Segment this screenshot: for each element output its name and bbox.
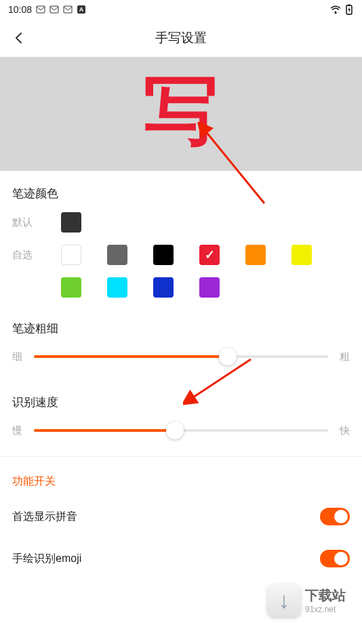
recognition-speed-section: 识别速度 慢 快 [0,371,362,440]
svg-rect-0 [37,6,45,13]
color-swatch[interactable] [61,245,81,265]
watermark: ↓ 下载站 91xz.net [267,583,346,617]
emoji-toggle[interactable] [320,550,350,567]
default-color-swatch[interactable] [61,212,81,233]
watermark-icon: ↓ [267,583,301,617]
stroke-width-max-label: 粗 [335,350,350,363]
custom-color-label: 自选 [12,245,42,262]
mail-icon [36,5,45,14]
svg-point-5 [335,11,336,12]
recognition-speed-slider[interactable] [34,421,328,440]
color-swatch[interactable] [61,277,81,298]
color-swatch[interactable] [107,245,127,265]
stroke-color-section: 笔迹颜色 默认 自选 [0,171,362,298]
mail-icon [49,5,59,14]
svg-rect-7 [348,5,350,6]
color-swatch[interactable] [199,277,220,298]
stroke-width-min-label: 细 [12,350,27,363]
status-bar: 10:08 A [0,0,362,19]
svg-rect-2 [64,6,72,13]
pinyin-toggle[interactable] [320,508,350,525]
color-swatch[interactable] [199,245,220,265]
stroke-color-title: 笔迹颜色 [12,186,350,201]
mail-icon [63,5,73,14]
app-icon: A [77,5,86,14]
svg-text:A: A [79,6,84,13]
handwriting-preview: 写 [0,57,362,171]
default-color-label: 默认 [12,216,42,229]
stroke-width-section: 笔迹粗细 细 粗 [0,310,362,366]
recognition-speed-title: 识别速度 [12,395,350,410]
watermark-url: 91xz.net [305,605,346,614]
color-swatch[interactable] [153,277,174,298]
emoji-switch-row: 手绘识别emoji [0,538,362,580]
switches-section-title: 功能开关 [0,457,362,496]
pinyin-switch-label: 首选显示拼音 [12,510,77,524]
stroke-width-slider[interactable] [34,347,328,366]
emoji-switch-label: 手绘识别emoji [12,552,81,566]
wifi-icon [331,5,340,14]
color-swatch[interactable] [107,277,127,298]
svg-rect-1 [50,6,58,13]
status-time: 10:08 [8,4,32,15]
page-header: 手写设置 [0,19,362,57]
watermark-cn: 下载站 [305,586,346,605]
handwriting-sample: 写 [144,74,218,148]
color-swatch[interactable] [245,245,266,265]
battery-icon [344,5,354,14]
back-button[interactable] [9,28,28,47]
page-title: 手写设置 [155,29,207,47]
stroke-width-title: 笔迹粗细 [12,321,350,336]
recognition-speed-max-label: 快 [335,424,350,437]
recognition-speed-min-label: 慢 [12,424,27,437]
color-swatch-grid [61,245,350,298]
color-swatch[interactable] [291,245,312,265]
pinyin-switch-row: 首选显示拼音 [0,496,362,538]
color-swatch[interactable] [153,245,174,265]
